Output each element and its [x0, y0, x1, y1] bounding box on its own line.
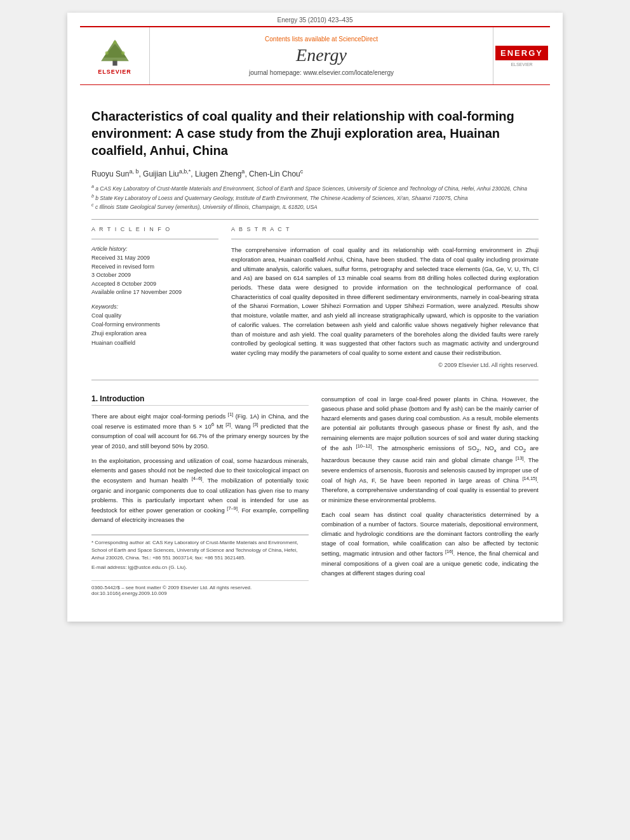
available-date: Available online 17 November 2009	[91, 288, 218, 297]
abstract-label: A B S T R A C T	[231, 226, 539, 232]
svg-point-5	[113, 41, 116, 44]
doi-text: doi:10.1016/j.energy.2009.10.009	[91, 590, 309, 596]
intro-para-2: In the exploitation, processing and util…	[91, 456, 309, 525]
keyword-1: Coal quality	[91, 311, 218, 320]
intro-para-1: There are about eight major coal-forming…	[91, 411, 309, 451]
keyword-3: Zhuji exploration area	[91, 329, 218, 338]
author-guijian: Guijian Liu	[143, 170, 179, 178]
energy-logo-area: ENERGY ELSEVIER	[493, 27, 550, 84]
abstract-copyright: © 2009 Elsevier Ltd. All rights reserved…	[231, 362, 539, 368]
page: Energy 35 (2010) 423–435 ELSEVIER Conten…	[67, 13, 563, 622]
article-info-col: A R T I C L E I N F O Article history: R…	[91, 226, 218, 368]
received-date: Received 31 May 2009	[91, 254, 218, 263]
affil-c: c c Illinois State Geological Survey (em…	[91, 202, 539, 211]
journal-banner: ELSEVIER Contents lists available at Sci…	[80, 26, 550, 85]
history-title: Article history:	[91, 246, 218, 252]
info-abstract-row: A R T I C L E I N F O Article history: R…	[91, 226, 539, 368]
affil-a: a a CAS Key Laboratory of Crust-Mantle M…	[91, 183, 539, 193]
divider-2	[91, 380, 539, 380]
journal-homepage: journal homepage: www.elsevier.com/locat…	[249, 69, 394, 76]
intro-right-col: consumption of coal in large coal-fired …	[321, 394, 539, 597]
revised-label: Received in revised form	[91, 263, 218, 272]
svg-point-4	[121, 51, 124, 55]
sciencedirect-link[interactable]: Contents lists available at ScienceDirec…	[265, 36, 378, 43]
elsevier-text: ELSEVIER	[98, 69, 131, 75]
accepted-date: Accepted 8 October 2009	[91, 280, 218, 289]
intro-heading: 1. Introduction	[91, 394, 309, 406]
affiliations: a a CAS Key Laboratory of Crust-Mantle M…	[91, 183, 539, 211]
svg-marker-2	[103, 44, 126, 58]
introduction-section: 1. Introduction There are about eight ma…	[91, 394, 539, 597]
author-ruoyu: Ruoyu Sun	[91, 170, 129, 178]
author-liugen: Liugen Zheng	[195, 170, 241, 178]
journal-citation: Energy 35 (2010) 423–435	[67, 13, 563, 26]
intro-right-para-2: Each coal seam has distinct coal quality…	[321, 510, 539, 578]
affil-b: b b State Key Laboratory of Loess and Qu…	[91, 193, 539, 203]
article-body: Characteristics of coal quality and thei…	[67, 85, 563, 596]
elsevier-logo-area: ELSEVIER	[80, 27, 150, 84]
journal-name: Energy	[296, 45, 347, 65]
footnote-section: * Corresponding author at: CAS Key Labor…	[91, 535, 309, 571]
divider-1	[91, 219, 539, 220]
abstract-col: A B S T R A C T The comprehensive inform…	[231, 226, 539, 368]
corresponding-footnote: * Corresponding author at: CAS Key Labor…	[91, 539, 309, 562]
energy-badge: ENERGY	[495, 46, 548, 60]
intro-right-para-1: consumption of coal in large coal-fired …	[321, 394, 539, 505]
keyword-4: Huainan coalfield	[91, 338, 218, 347]
svg-point-3	[105, 51, 108, 55]
email-footnote: E-mail address: lgj@ustce.edu.cn (G. Liu…	[91, 564, 309, 571]
article-title: Characteristics of coal quality and thei…	[91, 108, 539, 159]
author-chenlin: Chen-Lin Chou	[249, 170, 300, 178]
keywords-title: Keywords:	[91, 303, 218, 310]
abstract-text: The comprehensive information of coal qu…	[231, 246, 539, 358]
bottom-bar: 0360-5442/$ – see front matter © 2009 El…	[91, 580, 309, 596]
article-info-label: A R T I C L E I N F O	[91, 226, 218, 232]
elsevier-tree-icon	[93, 37, 137, 69]
divider-info	[91, 239, 218, 239]
issn-text: 0360-5442/$ – see front matter © 2009 El…	[91, 585, 309, 590]
authors-line: Ruoyu Suna, b, Guijian Liua,b,*, Liugen …	[91, 168, 539, 178]
revised-date: 3 October 2009	[91, 271, 218, 280]
citation-text: Energy 35 (2010) 423–435	[278, 17, 353, 23]
sciencedirect-text: ScienceDirect	[338, 36, 378, 43]
journal-title-area: Contents lists available at ScienceDirec…	[150, 27, 493, 84]
divider-abstract	[231, 239, 539, 239]
keyword-2: Coal-forming environments	[91, 320, 218, 329]
intro-left-col: 1. Introduction There are about eight ma…	[91, 394, 309, 597]
energy-badge-sub: ELSEVIER	[495, 62, 548, 67]
